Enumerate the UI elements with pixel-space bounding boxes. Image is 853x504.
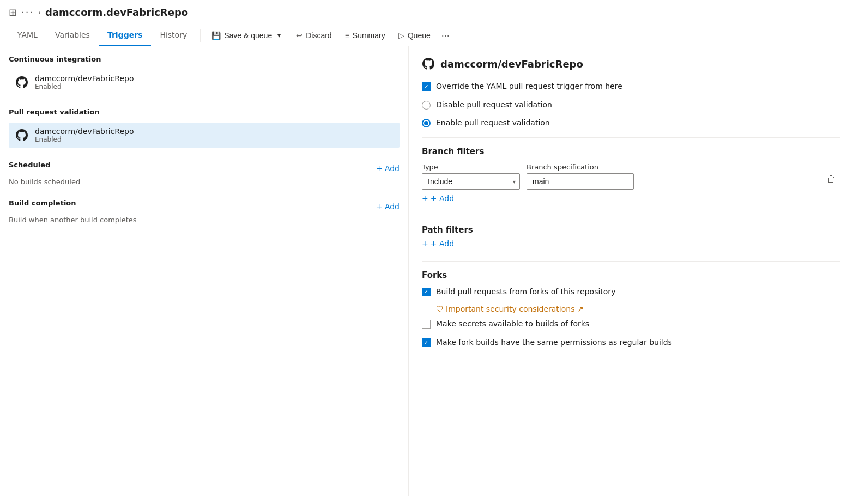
save-queue-button[interactable]: 💾 Save & queue ▾ — [205, 25, 289, 46]
branch-spec-input[interactable] — [527, 173, 634, 190]
breadcrumb-chevron: › — [38, 9, 41, 16]
delete-branch-filter-button[interactable]: 🗑 — [822, 171, 840, 187]
security-link-text: Important security considerations ↗ — [446, 305, 584, 313]
path-add-label: + Add — [431, 239, 454, 248]
pr-title: Pull request validation — [9, 108, 400, 116]
tab-triggers[interactable]: Triggers — [99, 25, 152, 46]
discard-button[interactable]: ↩ Discard — [289, 28, 338, 43]
queue-label: Queue — [408, 31, 431, 40]
enable-option: Enable pull request validation — [422, 118, 840, 129]
continuous-integration-section: Continuous integration damccorm/devFabri… — [9, 55, 400, 95]
path-add-plus-icon: + — [422, 239, 428, 248]
build-completion-title: Build completion — [9, 199, 76, 207]
disable-label: Disable pull request validation — [436, 100, 552, 111]
same-permissions-option: Make fork builds have the same permissio… — [422, 337, 840, 348]
tab-variables[interactable]: Variables — [46, 25, 99, 46]
make-secrets-checkbox[interactable] — [422, 320, 431, 329]
github-icon-ci — [15, 76, 28, 89]
no-builds-text: No builds scheduled — [9, 178, 400, 186]
divider-3 — [422, 261, 840, 262]
scheduled-section: Scheduled + Add No builds scheduled — [9, 161, 400, 186]
security-link[interactable]: 🛡 Important security considerations ↗ — [436, 305, 840, 313]
security-link-row: 🛡 Important security considerations ↗ — [436, 305, 840, 313]
divider-1 — [422, 137, 840, 138]
build-forks-label: Build pull requests from forks of this r… — [436, 287, 615, 297]
override-label: Override the YAML pull request trigger f… — [436, 81, 622, 92]
path-filters-section: Path filters + + Add — [422, 225, 840, 248]
right-panel: damccorm/devFabricRepo Override the YAML… — [409, 46, 853, 496]
branch-filters-title: Branch filters — [422, 147, 840, 156]
summary-label: Summary — [353, 31, 385, 40]
divider-2 — [422, 216, 840, 216]
page-title: damccorm.devFabricRepo — [45, 7, 188, 18]
scheduled-header: Scheduled + Add — [9, 161, 400, 175]
build-completion-desc: Build when another build completes — [9, 216, 400, 224]
build-completion-add-link[interactable]: + Add — [376, 202, 400, 211]
save-icon: 💾 — [211, 31, 221, 40]
enable-label: Enable pull request validation — [436, 118, 550, 129]
tab-history[interactable]: History — [151, 25, 196, 46]
discard-icon: ↩ — [296, 31, 303, 40]
ci-repo-item[interactable]: damccorm/devFabricRepo Enabled — [9, 70, 400, 95]
path-filters-title: Path filters — [422, 225, 840, 235]
forks-title: Forks — [422, 270, 840, 280]
branch-filter-row: Type Include Exclude ▾ Branch specificat… — [422, 163, 840, 190]
branch-add-label: + Add — [431, 194, 454, 203]
tab-bar: YAML Variables Triggers History 💾 Save &… — [0, 25, 853, 46]
breadcrumb-bar: ⊞ ··· › damccorm.devFabricRepo — [0, 0, 853, 25]
path-filter-add-link[interactable]: + + Add — [422, 239, 840, 248]
ci-repo-name: damccorm/devFabricRepo — [35, 74, 134, 83]
github-icon-right — [422, 57, 435, 70]
ci-title: Continuous integration — [9, 55, 400, 63]
enable-radio[interactable] — [422, 119, 431, 127]
pr-repo-item[interactable]: damccorm/devFabricRepo Enabled — [9, 123, 400, 148]
disable-radio[interactable] — [422, 101, 431, 110]
override-checkbox[interactable] — [422, 82, 431, 91]
github-icon-pr — [15, 129, 28, 142]
branch-spec-label: Branch specification — [527, 163, 816, 171]
right-repo-title: damccorm/devFabricRepo — [440, 58, 583, 70]
queue-icon: ▷ — [398, 31, 404, 40]
discard-label: Discard — [306, 31, 331, 40]
type-col: Type Include Exclude ▾ — [422, 163, 520, 190]
pr-repo-name: damccorm/devFabricRepo — [35, 127, 134, 136]
make-secrets-option: Make secrets available to builds of fork… — [422, 319, 840, 330]
main-layout: Continuous integration damccorm/devFabri… — [0, 46, 853, 496]
save-queue-label: Save & queue — [224, 31, 272, 40]
scheduled-add-link[interactable]: + Add — [376, 164, 400, 173]
right-repo-header: damccorm/devFabricRepo — [422, 57, 840, 70]
breadcrumb-dots[interactable]: ··· — [21, 7, 34, 18]
same-permissions-checkbox[interactable] — [422, 338, 431, 347]
branch-filter-add-link[interactable]: + + Add — [422, 194, 840, 203]
pr-repo-status: Enabled — [35, 136, 134, 143]
tab-yaml[interactable]: YAML — [9, 25, 46, 46]
shield-icon: 🛡 — [436, 305, 444, 313]
save-dropdown-arrow[interactable]: ▾ — [275, 28, 283, 42]
build-completion-header: Build completion + Add — [9, 199, 400, 214]
summary-icon: ≡ — [345, 31, 349, 40]
forks-section: Forks Build pull requests from forks of … — [422, 270, 840, 348]
type-select-wrapper: Include Exclude ▾ — [422, 173, 520, 190]
type-label: Type — [422, 163, 520, 171]
build-completion-section: Build completion + Add Build when anothe… — [9, 199, 400, 224]
pull-request-section: Pull request validation damccorm/devFabr… — [9, 108, 400, 148]
tab-divider — [200, 29, 201, 42]
queue-button[interactable]: ▷ Queue — [392, 28, 437, 43]
scheduled-title: Scheduled — [9, 161, 50, 169]
left-panel: Continuous integration damccorm/devFabri… — [0, 46, 409, 496]
build-forks-checkbox[interactable] — [422, 288, 431, 296]
branch-add-plus-icon: + — [422, 194, 428, 203]
type-select[interactable]: Include Exclude — [422, 173, 520, 190]
more-button[interactable]: ··· — [437, 27, 454, 45]
branch-filters-section: Branch filters Type Include Exclude ▾ Br… — [422, 147, 840, 203]
same-permissions-label: Make fork builds have the same permissio… — [436, 337, 672, 348]
ci-repo-status: Enabled — [35, 83, 134, 90]
make-secrets-label: Make secrets available to builds of fork… — [436, 319, 589, 330]
branch-spec-col: Branch specification — [527, 163, 816, 190]
summary-button[interactable]: ≡ Summary — [338, 28, 392, 43]
disable-option: Disable pull request validation — [422, 100, 840, 111]
app-icon: ⊞ — [9, 7, 17, 18]
override-option: Override the YAML pull request trigger f… — [422, 81, 840, 92]
build-forks-option: Build pull requests from forks of this r… — [422, 287, 840, 297]
